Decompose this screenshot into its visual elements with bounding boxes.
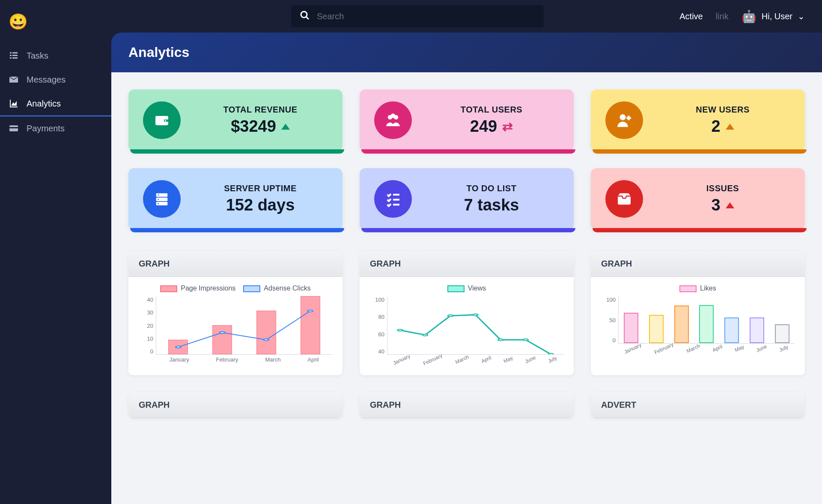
svg-rect-3	[12, 55, 18, 56]
stat-label: ISSUES	[655, 184, 790, 193]
svg-line-9	[306, 17, 309, 19]
svg-rect-2	[10, 55, 12, 56]
user-menu[interactable]: 🤖 Hi, User ⌄	[742, 9, 805, 24]
svg-point-31	[423, 334, 428, 336]
chart-2: 100806040 JanuaryFebruaryMarchAprilMayJu…	[370, 296, 563, 365]
sidebar: 😀 Tasks Messages Analytics Payments	[0, 0, 111, 504]
graph-title: ADVERT	[591, 392, 805, 418]
stat-card-todo[interactable]: TO DO LIST 7 tasks	[360, 168, 574, 230]
svg-point-15	[391, 113, 396, 118]
inbox-icon	[605, 180, 643, 218]
tasks-icon	[9, 50, 19, 61]
stat-value: 7 tasks	[464, 196, 519, 214]
chart-legend: Page Impressions Adsense Clicks	[139, 285, 332, 292]
stat-card-new-users[interactable]: NEW USERS 2	[591, 89, 805, 151]
server-icon	[143, 180, 181, 218]
chevron-down-icon: ⌄	[798, 11, 805, 21]
users-icon	[374, 101, 412, 139]
legend-label: Page Impressions	[181, 285, 235, 292]
stat-label: TOTAL REVENUE	[193, 105, 328, 115]
sidebar-item-label: Payments	[27, 124, 65, 133]
search-input[interactable]	[317, 12, 535, 21]
caret-up-icon	[726, 124, 734, 130]
svg-point-35	[523, 339, 528, 341]
wallet-icon	[143, 101, 181, 139]
graph-title: GRAPH	[360, 251, 574, 277]
svg-point-32	[448, 315, 453, 317]
stat-value: 3	[711, 196, 720, 214]
svg-point-30	[397, 329, 402, 331]
legend-label: Likes	[700, 285, 716, 292]
graph-card-3: GRAPH Likes 100500 JanuaryFebruaryMarchA…	[591, 251, 805, 375]
chart-legend: Likes	[601, 285, 795, 292]
advert-card: ADVERT	[591, 392, 805, 418]
svg-point-34	[498, 339, 503, 341]
stat-value: $3249	[231, 117, 276, 136]
svg-rect-5	[12, 57, 18, 59]
sidebar-item-label: Analytics	[27, 99, 61, 109]
graph-card-4: GRAPH	[128, 392, 342, 418]
stat-label: NEW USERS	[655, 105, 790, 115]
graph-title: GRAPH	[591, 251, 805, 277]
sidebar-item-analytics[interactable]: Analytics	[0, 92, 111, 116]
caret-up-icon	[281, 124, 290, 130]
stat-label: TOTAL USERS	[424, 105, 559, 115]
nav-active[interactable]: Active	[679, 12, 703, 21]
user-plus-icon	[605, 101, 643, 139]
svg-point-28	[264, 339, 269, 341]
svg-point-16	[620, 114, 626, 120]
sidebar-item-payments[interactable]: Payments	[0, 116, 111, 140]
sidebar-item-tasks[interactable]: Tasks	[0, 44, 111, 68]
chart-1: 403020100 JanuaryFebruaryMarchApril	[139, 296, 332, 365]
page-header: Analytics	[111, 33, 822, 72]
graph-title: GRAPH	[128, 392, 342, 418]
graph-card-1: GRAPH Page Impressions Adsense Clicks 40…	[128, 251, 342, 375]
svg-point-8	[301, 12, 307, 18]
sidebar-item-label: Tasks	[27, 51, 48, 61]
svg-point-27	[220, 332, 225, 333]
svg-point-29	[307, 310, 313, 312]
nav-link[interactable]: link	[716, 12, 729, 21]
avatar-icon: 🤖	[742, 9, 756, 24]
stat-card-users[interactable]: TOTAL USERS 249⇄	[360, 89, 574, 151]
stat-label: TO DO LIST	[424, 184, 559, 193]
sidebar-item-messages[interactable]: Messages	[0, 68, 111, 92]
credit-card-icon	[9, 123, 19, 133]
graph-title: GRAPH	[128, 251, 342, 277]
svg-point-20	[158, 195, 159, 196]
stat-label: SERVER UPTIME	[193, 184, 328, 193]
stat-value: 2	[711, 117, 720, 136]
user-greeting: Hi, User	[762, 12, 792, 21]
search-icon	[300, 10, 310, 22]
chart-legend: Views	[370, 285, 563, 292]
svg-rect-0	[10, 52, 12, 53]
svg-point-26	[176, 346, 181, 348]
sidebar-item-label: Messages	[27, 75, 66, 85]
search-box[interactable]	[291, 5, 544, 27]
legend-label: Views	[468, 285, 486, 292]
list-check-icon	[374, 180, 412, 218]
legend-label: Adsense Clicks	[264, 285, 310, 292]
svg-point-33	[473, 314, 478, 316]
topbar: Active link 🤖 Hi, User ⌄	[111, 0, 822, 33]
stat-value: 152 days	[226, 196, 295, 214]
svg-rect-7	[9, 127, 18, 128]
graph-card-2: GRAPH Views 100806040 JanuaryFebruaryMar…	[360, 251, 574, 375]
svg-rect-1	[12, 52, 18, 53]
stat-card-revenue[interactable]: TOTAL REVENUE $3249	[128, 89, 342, 151]
page-title: Analytics	[128, 44, 805, 60]
chart-area-icon	[9, 98, 19, 109]
exchange-icon: ⇄	[502, 119, 513, 134]
svg-point-22	[158, 203, 159, 205]
caret-up-icon	[726, 202, 734, 208]
graph-title: GRAPH	[360, 392, 574, 418]
svg-rect-4	[10, 57, 12, 59]
stat-value: 249	[470, 117, 497, 136]
stat-card-uptime[interactable]: SERVER UPTIME 152 days	[128, 168, 342, 230]
stat-card-issues[interactable]: ISSUES 3	[591, 168, 805, 230]
app-logo: 😀	[0, 9, 111, 44]
svg-point-21	[158, 199, 159, 200]
envelope-icon	[9, 74, 19, 85]
svg-point-12	[165, 120, 166, 121]
chart-3: 100500 JanuaryFebruaryMarchAprilMayJuneJ…	[601, 296, 795, 354]
